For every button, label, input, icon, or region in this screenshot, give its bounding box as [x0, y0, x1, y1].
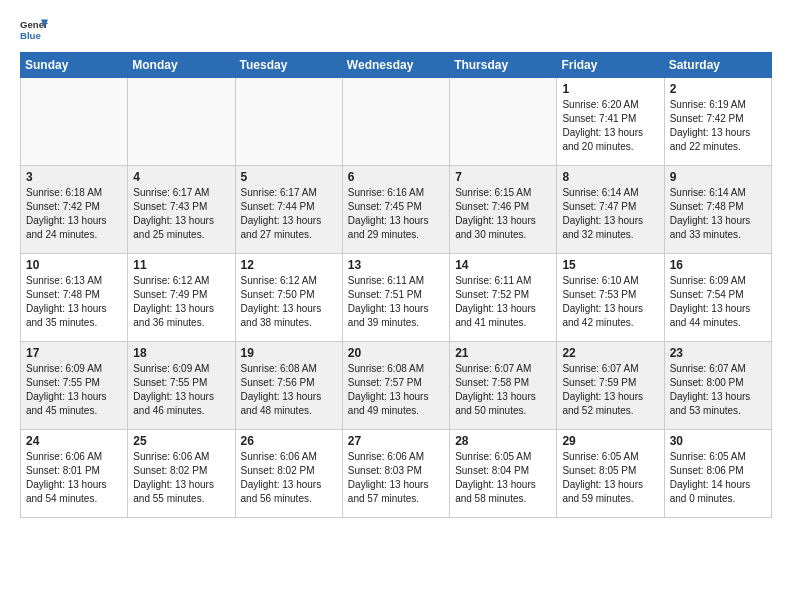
day-number: 20 [348, 346, 444, 360]
day-number: 16 [670, 258, 766, 272]
day-info: Sunrise: 6:10 AM Sunset: 7:53 PM Dayligh… [562, 274, 658, 330]
calendar-cell: 27Sunrise: 6:06 AM Sunset: 8:03 PM Dayli… [342, 430, 449, 518]
day-number: 11 [133, 258, 229, 272]
day-info: Sunrise: 6:16 AM Sunset: 7:45 PM Dayligh… [348, 186, 444, 242]
day-info: Sunrise: 6:12 AM Sunset: 7:50 PM Dayligh… [241, 274, 337, 330]
day-info: Sunrise: 6:09 AM Sunset: 7:55 PM Dayligh… [133, 362, 229, 418]
day-number: 5 [241, 170, 337, 184]
day-info: Sunrise: 6:06 AM Sunset: 8:02 PM Dayligh… [133, 450, 229, 506]
day-info: Sunrise: 6:20 AM Sunset: 7:41 PM Dayligh… [562, 98, 658, 154]
day-info: Sunrise: 6:09 AM Sunset: 7:55 PM Dayligh… [26, 362, 122, 418]
day-of-week-header: Wednesday [342, 53, 449, 78]
calendar-cell: 1Sunrise: 6:20 AM Sunset: 7:41 PM Daylig… [557, 78, 664, 166]
calendar-cell: 7Sunrise: 6:15 AM Sunset: 7:46 PM Daylig… [450, 166, 557, 254]
day-of-week-header: Monday [128, 53, 235, 78]
day-number: 18 [133, 346, 229, 360]
calendar-cell [235, 78, 342, 166]
day-number: 27 [348, 434, 444, 448]
calendar-week-row: 10Sunrise: 6:13 AM Sunset: 7:48 PM Dayli… [21, 254, 772, 342]
day-info: Sunrise: 6:13 AM Sunset: 7:48 PM Dayligh… [26, 274, 122, 330]
day-number: 28 [455, 434, 551, 448]
calendar-cell: 6Sunrise: 6:16 AM Sunset: 7:45 PM Daylig… [342, 166, 449, 254]
calendar-cell: 2Sunrise: 6:19 AM Sunset: 7:42 PM Daylig… [664, 78, 771, 166]
calendar-cell: 25Sunrise: 6:06 AM Sunset: 8:02 PM Dayli… [128, 430, 235, 518]
calendar-cell: 21Sunrise: 6:07 AM Sunset: 7:58 PM Dayli… [450, 342, 557, 430]
calendar-week-row: 3Sunrise: 6:18 AM Sunset: 7:42 PM Daylig… [21, 166, 772, 254]
day-info: Sunrise: 6:18 AM Sunset: 7:42 PM Dayligh… [26, 186, 122, 242]
day-info: Sunrise: 6:07 AM Sunset: 7:59 PM Dayligh… [562, 362, 658, 418]
day-info: Sunrise: 6:05 AM Sunset: 8:04 PM Dayligh… [455, 450, 551, 506]
day-number: 17 [26, 346, 122, 360]
day-number: 30 [670, 434, 766, 448]
main-container: General Blue SundayMondayTuesdayWednesda… [0, 0, 792, 528]
day-info: Sunrise: 6:06 AM Sunset: 8:01 PM Dayligh… [26, 450, 122, 506]
day-info: Sunrise: 6:08 AM Sunset: 7:56 PM Dayligh… [241, 362, 337, 418]
day-number: 21 [455, 346, 551, 360]
day-number: 8 [562, 170, 658, 184]
calendar-cell: 13Sunrise: 6:11 AM Sunset: 7:51 PM Dayli… [342, 254, 449, 342]
calendar-cell: 10Sunrise: 6:13 AM Sunset: 7:48 PM Dayli… [21, 254, 128, 342]
day-number: 2 [670, 82, 766, 96]
calendar-body: 1Sunrise: 6:20 AM Sunset: 7:41 PM Daylig… [21, 78, 772, 518]
calendar-cell [342, 78, 449, 166]
day-number: 14 [455, 258, 551, 272]
calendar-cell: 8Sunrise: 6:14 AM Sunset: 7:47 PM Daylig… [557, 166, 664, 254]
day-number: 3 [26, 170, 122, 184]
calendar-cell: 22Sunrise: 6:07 AM Sunset: 7:59 PM Dayli… [557, 342, 664, 430]
day-info: Sunrise: 6:06 AM Sunset: 8:02 PM Dayligh… [241, 450, 337, 506]
day-number: 4 [133, 170, 229, 184]
day-number: 13 [348, 258, 444, 272]
day-info: Sunrise: 6:05 AM Sunset: 8:06 PM Dayligh… [670, 450, 766, 506]
svg-text:Blue: Blue [20, 30, 41, 41]
day-info: Sunrise: 6:17 AM Sunset: 7:43 PM Dayligh… [133, 186, 229, 242]
logo-icon: General Blue [20, 16, 48, 44]
day-number: 29 [562, 434, 658, 448]
calendar-cell: 12Sunrise: 6:12 AM Sunset: 7:50 PM Dayli… [235, 254, 342, 342]
day-number: 7 [455, 170, 551, 184]
calendar-cell: 20Sunrise: 6:08 AM Sunset: 7:57 PM Dayli… [342, 342, 449, 430]
day-info: Sunrise: 6:17 AM Sunset: 7:44 PM Dayligh… [241, 186, 337, 242]
calendar-cell: 9Sunrise: 6:14 AM Sunset: 7:48 PM Daylig… [664, 166, 771, 254]
calendar-week-row: 17Sunrise: 6:09 AM Sunset: 7:55 PM Dayli… [21, 342, 772, 430]
day-info: Sunrise: 6:19 AM Sunset: 7:42 PM Dayligh… [670, 98, 766, 154]
day-number: 19 [241, 346, 337, 360]
day-of-week-header: Thursday [450, 53, 557, 78]
day-number: 12 [241, 258, 337, 272]
day-number: 10 [26, 258, 122, 272]
day-info: Sunrise: 6:14 AM Sunset: 7:47 PM Dayligh… [562, 186, 658, 242]
day-number: 6 [348, 170, 444, 184]
day-info: Sunrise: 6:14 AM Sunset: 7:48 PM Dayligh… [670, 186, 766, 242]
day-info: Sunrise: 6:12 AM Sunset: 7:49 PM Dayligh… [133, 274, 229, 330]
day-info: Sunrise: 6:05 AM Sunset: 8:05 PM Dayligh… [562, 450, 658, 506]
calendar-cell: 18Sunrise: 6:09 AM Sunset: 7:55 PM Dayli… [128, 342, 235, 430]
calendar-cell: 4Sunrise: 6:17 AM Sunset: 7:43 PM Daylig… [128, 166, 235, 254]
calendar-table: SundayMondayTuesdayWednesdayThursdayFrid… [20, 52, 772, 518]
calendar-cell: 29Sunrise: 6:05 AM Sunset: 8:05 PM Dayli… [557, 430, 664, 518]
day-info: Sunrise: 6:06 AM Sunset: 8:03 PM Dayligh… [348, 450, 444, 506]
calendar-cell: 30Sunrise: 6:05 AM Sunset: 8:06 PM Dayli… [664, 430, 771, 518]
days-of-week-row: SundayMondayTuesdayWednesdayThursdayFrid… [21, 53, 772, 78]
calendar-cell [21, 78, 128, 166]
calendar-cell: 11Sunrise: 6:12 AM Sunset: 7:49 PM Dayli… [128, 254, 235, 342]
calendar-cell: 26Sunrise: 6:06 AM Sunset: 8:02 PM Dayli… [235, 430, 342, 518]
calendar-cell: 19Sunrise: 6:08 AM Sunset: 7:56 PM Dayli… [235, 342, 342, 430]
calendar-cell: 24Sunrise: 6:06 AM Sunset: 8:01 PM Dayli… [21, 430, 128, 518]
calendar-cell: 28Sunrise: 6:05 AM Sunset: 8:04 PM Dayli… [450, 430, 557, 518]
day-info: Sunrise: 6:07 AM Sunset: 8:00 PM Dayligh… [670, 362, 766, 418]
calendar-cell: 17Sunrise: 6:09 AM Sunset: 7:55 PM Dayli… [21, 342, 128, 430]
day-info: Sunrise: 6:09 AM Sunset: 7:54 PM Dayligh… [670, 274, 766, 330]
calendar-week-row: 1Sunrise: 6:20 AM Sunset: 7:41 PM Daylig… [21, 78, 772, 166]
day-of-week-header: Sunday [21, 53, 128, 78]
day-number: 15 [562, 258, 658, 272]
day-info: Sunrise: 6:11 AM Sunset: 7:51 PM Dayligh… [348, 274, 444, 330]
day-info: Sunrise: 6:07 AM Sunset: 7:58 PM Dayligh… [455, 362, 551, 418]
day-number: 22 [562, 346, 658, 360]
calendar-cell: 16Sunrise: 6:09 AM Sunset: 7:54 PM Dayli… [664, 254, 771, 342]
calendar-cell [450, 78, 557, 166]
day-of-week-header: Saturday [664, 53, 771, 78]
day-info: Sunrise: 6:15 AM Sunset: 7:46 PM Dayligh… [455, 186, 551, 242]
logo: General Blue [20, 16, 48, 44]
day-number: 1 [562, 82, 658, 96]
calendar-cell: 23Sunrise: 6:07 AM Sunset: 8:00 PM Dayli… [664, 342, 771, 430]
calendar-week-row: 24Sunrise: 6:06 AM Sunset: 8:01 PM Dayli… [21, 430, 772, 518]
